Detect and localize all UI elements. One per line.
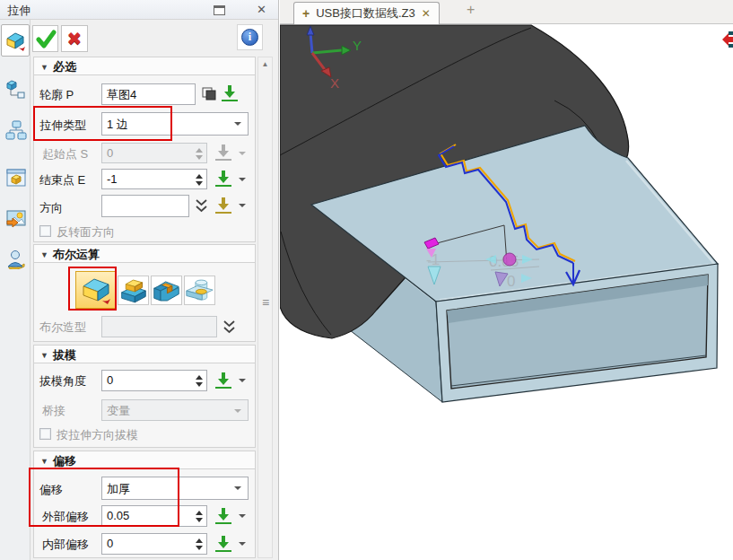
draft-along-checkbox[interactable] — [39, 428, 51, 440]
draft-angle-row: 拔模角度 0 — [0, 370, 279, 394]
outer-offset-handle[interactable] — [503, 253, 516, 266]
ok-button[interactable] — [32, 25, 58, 52]
panel-title: 拉伸 — [7, 3, 31, 19]
copy-icon[interactable] — [201, 87, 217, 101]
tab-close-icon[interactable]: ✕ — [422, 7, 431, 20]
draft-along-label: 按拉伸方向拔模 — [57, 427, 138, 443]
chevron-down-icon[interactable] — [239, 204, 246, 207]
import-arrow-icon[interactable] — [215, 508, 231, 524]
extrude-command-panel: 拉伸 ✕ — [0, 0, 279, 560]
tab-plus-icon: + — [302, 6, 310, 21]
spinner[interactable] — [196, 375, 203, 387]
start-point-value: 0 — [107, 146, 113, 160]
end-point-value: -1 — [107, 172, 118, 186]
end-point-input[interactable]: -1 — [101, 169, 207, 189]
tab-usb-document[interactable]: + USB接口数据线.Z3 ✕ — [293, 2, 440, 24]
import-arrow-icon[interactable] — [215, 197, 231, 214]
draft-along-row: 按拉伸方向拔模 — [0, 427, 279, 443]
collapse-icon: ▼ — [40, 457, 48, 466]
section-title: 必选 — [53, 60, 76, 74]
panel-close-icon[interactable]: ✕ — [257, 3, 266, 16]
chevron-down-icon — [234, 122, 241, 126]
import-arrow-icon[interactable] — [215, 536, 231, 552]
chevron-down-icon[interactable] — [239, 514, 246, 518]
profile-input[interactable]: 草图4 — [101, 83, 196, 105]
panel-titlebar: 拉伸 ✕ — [0, 0, 278, 20]
restore-icon[interactable] — [214, 5, 225, 15]
person-icon — [5, 248, 27, 269]
new-tab-button[interactable]: + — [467, 2, 475, 18]
start-point-input[interactable]: 0 — [101, 143, 207, 163]
axis-x-label: X — [330, 75, 339, 91]
sidebar-item-user[interactable] — [3, 246, 29, 271]
draft-angle-input[interactable]: 0 — [101, 370, 207, 391]
section-header-required[interactable]: ▼必选 — [33, 57, 256, 75]
document-tabbar: + USB接口数据线.Z3 ✕ + — [280, 0, 733, 24]
section-header-boolean[interactable]: ▼布尔运算 — [33, 244, 256, 263]
section-title: 拔模 — [53, 348, 76, 362]
tab-title: USB接口数据线.Z3 — [316, 5, 415, 22]
spinner[interactable] — [196, 511, 203, 522]
double-chevron-icon[interactable] — [195, 198, 208, 214]
inner-offset-input[interactable]: 0 — [101, 533, 207, 555]
chevron-down-icon[interactable] — [239, 542, 246, 546]
boolean-subtract-button[interactable] — [151, 276, 182, 305]
inner-offset-value: 0 — [107, 537, 113, 550]
draft-angle-value: 0 — [107, 373, 113, 387]
boolean-intersect-button[interactable] — [184, 276, 215, 305]
boolean-intersect-icon — [185, 277, 214, 304]
boolean-add-icon — [118, 277, 148, 304]
chevron-down-icon[interactable] — [239, 152, 246, 155]
reverse-face-label: 反转面方向 — [57, 224, 115, 241]
highlight-offset-fields — [29, 468, 179, 527]
inner-offset-row: 内部偏移 0 — [0, 533, 279, 557]
viewport-3d[interactable]: -1 0.05 0 Y X — [280, 24, 733, 560]
spinner[interactable] — [196, 538, 203, 550]
zw3d-window: 拉伸 ✕ — [0, 0, 733, 560]
collapse-icon: ▼ — [40, 250, 48, 259]
reverse-face-row: 反转面方向 — [0, 224, 279, 241]
double-chevron-icon[interactable] — [223, 319, 236, 335]
chevron-down-icon[interactable] — [239, 379, 246, 382]
collapse-icon: ▼ — [40, 63, 48, 72]
direction-input[interactable] — [101, 195, 189, 217]
check-icon — [35, 28, 57, 49]
chevron-down-icon[interactable] — [239, 178, 246, 181]
bridge-label: 桥接 — [42, 403, 65, 419]
chevron-down-icon — [234, 486, 241, 490]
spinner[interactable] — [196, 148, 203, 160]
bridge-select[interactable]: 变量 — [101, 399, 249, 421]
section-title: 偏移 — [53, 454, 76, 468]
import-arrow-icon[interactable] — [215, 144, 231, 161]
dim-inner-text: 0 — [507, 273, 515, 290]
info-button[interactable]: i — [237, 24, 263, 50]
highlight-extrude-type — [33, 106, 172, 141]
panel-grip-icon[interactable]: ≡ — [258, 295, 272, 310]
cancel-button[interactable]: ✖ — [61, 25, 88, 52]
sidebar-item-extrude[interactable] — [1, 24, 30, 57]
boolean-shape-row: 布尔造型 — [0, 316, 279, 340]
boolean-subtract-icon — [152, 277, 181, 304]
panel-scrollbar[interactable]: ▲ ≡ — [257, 57, 273, 558]
import-arrow-icon[interactable] — [222, 85, 238, 101]
end-point-label: 结束点 E — [39, 172, 85, 188]
collapse-icon: ▼ — [40, 351, 48, 360]
section-header-offset[interactable]: ▼偏移 — [33, 451, 256, 469]
boolean-shape-input[interactable] — [101, 316, 217, 337]
profile-value: 草图4 — [107, 88, 136, 101]
draft-angle-label: 拔模角度 — [39, 373, 86, 389]
import-arrow-icon[interactable] — [215, 171, 231, 187]
end-point-row: 结束点 E -1 — [0, 169, 279, 193]
boolean-shape-label: 布尔造型 — [39, 319, 86, 336]
inner-offset-label: 内部偏移 — [42, 537, 89, 553]
chevron-down-icon — [234, 409, 241, 413]
section-header-draft[interactable]: ▼拔模 — [33, 345, 256, 363]
info-icon: i — [241, 29, 258, 46]
reverse-face-checkbox[interactable] — [39, 225, 51, 237]
boolean-add-button[interactable] — [118, 276, 149, 305]
spinner[interactable] — [196, 174, 203, 186]
import-arrow-icon[interactable] — [215, 372, 231, 389]
scroll-up-icon[interactable]: ▲ — [258, 60, 272, 68]
section-title: 布尔运算 — [53, 248, 100, 261]
profile-row: 轮廓 P 草图4 — [0, 83, 279, 108]
